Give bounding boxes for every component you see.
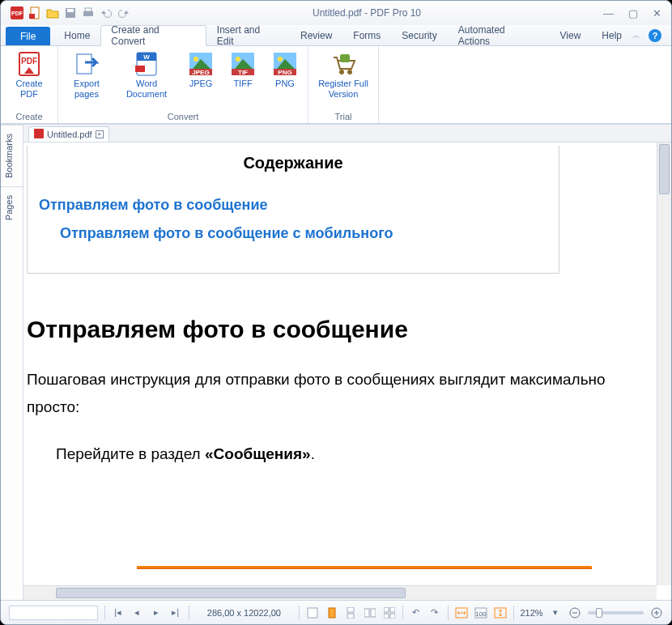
window-title: Untitled.pdf - PDF Pro 10 [130,7,603,19]
tab-security[interactable]: Security [391,25,447,45]
status-bar: |◂ ◂ ▸ ▸| 286,00 x 12022,00 ↶ ↷ 100 212%… [1,600,671,624]
svg-text:PNG: PNG [278,69,291,76]
side-tab-pages[interactable]: Pages [1,186,23,228]
title-bar: PDF Untitled.pdf - PDF Pro 10 — ▢ ✕ [1,1,671,25]
prev-page-icon[interactable]: ◂ [131,606,144,620]
svg-rect-11 [77,54,91,74]
tab-insert-and-edit[interactable]: Insert and Edit [206,25,290,45]
new-icon[interactable] [28,6,41,19]
svg-point-27 [278,57,283,62]
jpeg-icon: JPEG [188,51,214,77]
png-button[interactable]: PNG PNG [267,49,303,110]
create-pdf-button[interactable]: PDF Create PDF [6,49,53,110]
document-tab-close-icon[interactable]: × [96,130,104,138]
maximize-button[interactable]: ▢ [628,7,638,19]
document-tab-label: Untitled.pdf [47,130,92,139]
rotate-right-icon[interactable]: ↷ [428,606,441,620]
document-area: Untitled.pdf × Содержание Отправляем фот… [23,125,671,600]
page-pane[interactable]: Содержание Отправляем фото в сообщение О… [23,142,657,585]
page-number-input[interactable] [9,606,98,620]
tab-view[interactable]: View [550,25,592,45]
svg-rect-33 [340,54,350,62]
fit-page-icon[interactable] [494,606,507,620]
two-page-icon[interactable] [364,606,376,620]
ribbon-panel: PDF Create PDF Create Export pages W Wor… [1,46,671,124]
redo-icon[interactable] [117,6,130,19]
doc-paragraph: Пошаговая инструкция для отправки фото в… [27,366,653,421]
svg-text:W: W [143,53,150,61]
close-button[interactable]: ✕ [653,7,661,19]
tab-automated-actions[interactable]: Automated Actions [448,25,550,45]
zoom-slider[interactable] [588,611,644,614]
svg-rect-37 [347,607,354,612]
zoom-slider-thumb[interactable] [596,608,602,618]
two-continuous-icon[interactable] [383,606,396,620]
next-page-icon[interactable]: ▸ [150,606,163,620]
view-mode-a-icon[interactable] [306,606,319,620]
app-window: PDF Untitled.pdf - PDF Pro 10 — ▢ ✕ File… [0,0,672,625]
svg-rect-44 [390,614,395,619]
single-page-icon[interactable] [325,606,338,620]
print-icon[interactable] [82,6,95,19]
tab-help[interactable]: Help [591,25,632,45]
svg-rect-3 [29,14,35,19]
first-page-icon[interactable]: |◂ [112,606,125,620]
ribbon-group-trial: Register Full Version Trial [308,46,379,123]
toc-link-2[interactable]: Отправляем фото в сообщение с мобильного [60,225,552,242]
register-full-version-button[interactable]: Register Full Version [313,49,373,110]
tab-create-and-convert[interactable]: Create and Convert [100,25,206,46]
tab-review[interactable]: Review [290,25,342,45]
toc-title: Содержание [34,154,552,172]
zoom-dropdown-icon[interactable]: ▾ [550,606,563,620]
tab-forms[interactable]: Forms [342,25,391,45]
vertical-scrollbar[interactable] [657,142,671,585]
word-document-button[interactable]: W Word Document [117,49,177,110]
document-viewport: Содержание Отправляем фото в сообщение О… [23,142,671,585]
fit-width-icon[interactable] [455,606,468,620]
continuous-icon[interactable] [345,606,358,620]
quick-access-toolbar: PDF [11,6,130,19]
tab-home[interactable]: Home [53,25,100,45]
svg-rect-42 [390,607,395,612]
doc-heading: Отправляем фото в сообщение [27,316,653,343]
svg-rect-41 [384,607,389,612]
ribbon-tab-strip: File Home Create and Convert Insert and … [1,25,671,46]
zoom-in-icon[interactable] [650,606,663,620]
shopping-cart-icon [330,51,356,77]
pdf-small-icon [34,129,44,140]
svg-text:JPEG: JPEG [192,69,209,76]
horizontal-scrollbar[interactable] [23,585,657,600]
ribbon-group-convert: Export pages W Word Document JPEG JPEG T… [58,46,308,123]
page-break-indicator [137,566,592,569]
cursor-coordinates: 286,00 x 12022,00 [195,608,292,618]
document-tab[interactable]: Untitled.pdf × [28,126,109,142]
undo-icon[interactable] [100,6,113,19]
help-icon[interactable]: ? [649,29,661,42]
svg-rect-35 [308,608,317,618]
actual-size-icon[interactable]: 100 [474,606,487,620]
tiff-button[interactable]: TIF TIFF [225,49,261,110]
zoom-out-icon[interactable] [568,606,581,620]
toc-link-1[interactable]: Отправляем фото в сообщение [39,197,552,214]
svg-point-17 [194,57,198,62]
svg-rect-40 [371,609,376,617]
collapse-ribbon-icon[interactable]: ︿ [632,30,640,41]
svg-text:PDF: PDF [21,57,37,66]
svg-rect-5 [67,9,74,12]
pdf-icon: PDF [16,51,42,77]
tif-icon: TIF [230,51,256,77]
minimize-button[interactable]: — [603,7,614,19]
jpeg-button[interactable]: JPEG JPEG [183,49,219,110]
workspace: Bookmarks Pages Untitled.pdf × Содержани… [1,124,671,600]
save-icon[interactable] [64,6,77,19]
window-controls: — ▢ ✕ [603,7,661,19]
file-tab[interactable]: File [6,27,50,45]
side-tab-bookmarks[interactable]: Bookmarks [1,125,23,186]
svg-point-31 [339,70,344,74]
export-pages-button[interactable]: Export pages [63,49,110,110]
open-icon[interactable] [46,6,59,19]
svg-rect-6 [83,11,93,16]
last-page-icon[interactable]: ▸| [169,606,182,620]
svg-point-32 [347,70,352,74]
rotate-left-icon[interactable]: ↶ [409,606,422,620]
